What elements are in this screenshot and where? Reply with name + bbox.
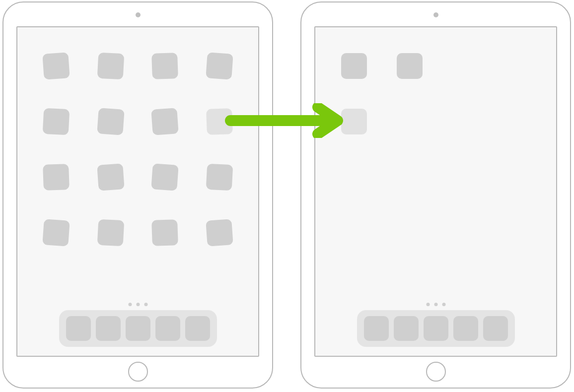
page-dot (442, 303, 445, 306)
dock-app-icon[interactable] (155, 316, 180, 341)
page-dot (144, 303, 147, 306)
app-icon[interactable] (397, 53, 423, 79)
app-icon[interactable] (43, 108, 70, 135)
dock-app-icon[interactable] (364, 316, 389, 341)
app-icon[interactable] (97, 219, 124, 247)
dock-app-icon[interactable] (66, 316, 91, 341)
ipad-device-right (300, 1, 571, 389)
front-camera (136, 12, 141, 17)
home-button[interactable] (426, 362, 446, 382)
page-indicator-left[interactable] (128, 303, 147, 306)
app-icon-dragging[interactable] (206, 108, 233, 135)
app-icon[interactable] (206, 164, 233, 191)
dock-left (59, 310, 217, 347)
page-indicator-right[interactable] (426, 303, 445, 306)
front-camera (433, 12, 438, 17)
app-icon[interactable] (341, 53, 367, 79)
app-icon[interactable] (43, 164, 70, 191)
page-dot (434, 303, 437, 306)
app-icon[interactable] (151, 108, 179, 135)
ipad-screen-left (16, 26, 259, 357)
app-icon[interactable] (97, 53, 124, 80)
app-icon[interactable] (42, 52, 70, 80)
app-icon[interactable] (151, 219, 178, 246)
app-icon[interactable] (206, 52, 233, 80)
ipad-screen-right (314, 26, 557, 357)
dock-app-icon[interactable] (394, 316, 419, 341)
app-grid-right (341, 53, 530, 164)
dock-app-icon[interactable] (96, 316, 121, 341)
page-dot (136, 303, 140, 306)
app-row (341, 53, 530, 79)
home-button[interactable] (128, 362, 148, 382)
app-row (341, 109, 530, 134)
app-icon[interactable] (206, 219, 233, 247)
dock-app-icon[interactable] (483, 316, 508, 341)
app-icon[interactable] (42, 219, 70, 247)
app-row (43, 164, 232, 190)
dock-app-icon[interactable] (185, 316, 210, 341)
dock-app-icon[interactable] (424, 316, 448, 341)
app-grid-left (43, 53, 232, 275)
dock-app-icon[interactable] (453, 316, 478, 341)
dock-right (357, 310, 515, 347)
app-row (43, 53, 232, 79)
page-dot (128, 303, 132, 306)
dock-app-icon[interactable] (126, 316, 150, 341)
app-row (43, 220, 232, 246)
ipad-device-left (2, 1, 273, 389)
app-icon[interactable] (151, 163, 179, 191)
app-icon[interactable] (151, 53, 178, 79)
diagram-stage (0, 0, 574, 392)
page-dot (426, 303, 430, 306)
app-icon[interactable] (97, 108, 125, 135)
app-icon-dropped[interactable] (341, 109, 367, 134)
app-row (43, 109, 232, 134)
app-icon[interactable] (97, 163, 125, 191)
